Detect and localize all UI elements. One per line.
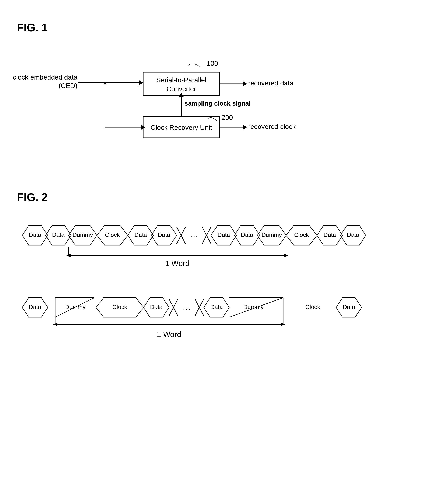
svg-line-80 — [229, 298, 283, 317]
svg-text:recovered clock: recovered clock — [248, 123, 296, 130]
fig2-row2-section: Data Dummy Clock Data ... Dat — [17, 288, 426, 350]
svg-marker-24 — [243, 125, 247, 130]
svg-text:Clock: Clock — [112, 304, 127, 310]
svg-text:...: ... — [190, 229, 198, 239]
svg-text:Data: Data — [134, 232, 147, 238]
svg-text:Converter: Converter — [166, 85, 196, 93]
svg-text:1 Word: 1 Word — [165, 259, 189, 268]
svg-text:clock embedded data: clock embedded data — [13, 73, 77, 81]
svg-text:Data: Data — [347, 232, 359, 238]
svg-text:recovered data: recovered data — [248, 79, 294, 87]
svg-marker-5 — [139, 80, 143, 85]
svg-text:Data: Data — [29, 232, 41, 238]
svg-text:100: 100 — [207, 60, 218, 67]
svg-text:Data: Data — [217, 232, 230, 238]
svg-text:Data: Data — [342, 304, 355, 310]
svg-text:Data: Data — [52, 232, 65, 238]
svg-text:Dummy: Dummy — [261, 232, 282, 238]
fig1-label: FIG. 1 — [17, 21, 426, 34]
fig2-label: FIG. 2 — [17, 191, 426, 204]
svg-text:Data: Data — [150, 304, 163, 310]
svg-text:Dummy: Dummy — [243, 304, 263, 310]
svg-marker-11 — [243, 81, 247, 86]
figure-1-section: FIG. 1 (CED) clock embedded data 100 Ser… — [17, 13, 426, 165]
fig2-row1-section: Data Data Dummy Clock Data Data ... — [17, 216, 426, 276]
svg-text:Data: Data — [323, 232, 336, 238]
svg-line-64 — [55, 298, 94, 317]
svg-text:Data: Data — [210, 304, 223, 310]
svg-text:Clock Recovery Unit: Clock Recovery Unit — [150, 124, 212, 131]
fig2-row1-diagram: Data Data Dummy Clock Data Data ... — [20, 216, 423, 276]
svg-text:200: 200 — [222, 114, 233, 121]
svg-text:sampling clock signal: sampling clock signal — [185, 100, 251, 107]
svg-text:Data: Data — [241, 232, 253, 238]
figure-2-section: FIG. 2 Data Data Dummy — [17, 191, 426, 350]
svg-text:Data: Data — [158, 232, 170, 238]
svg-text:Dummy: Dummy — [72, 232, 93, 238]
svg-text:Clock: Clock — [305, 304, 320, 310]
svg-text:Clock: Clock — [105, 232, 120, 238]
fig2-row2-diagram: Data Dummy Clock Data ... Dat — [20, 288, 423, 350]
svg-text:(CED): (CED) — [58, 82, 77, 90]
svg-text:...: ... — [183, 301, 190, 311]
svg-text:Serial-to-Parallel: Serial-to-Parallel — [156, 76, 206, 84]
svg-text:Data: Data — [29, 304, 41, 310]
fig1-diagram: (CED) clock embedded data 100 Serial-to-… — [31, 47, 412, 153]
svg-text:Clock: Clock — [294, 232, 309, 238]
svg-text:1 Word: 1 Word — [157, 330, 181, 339]
